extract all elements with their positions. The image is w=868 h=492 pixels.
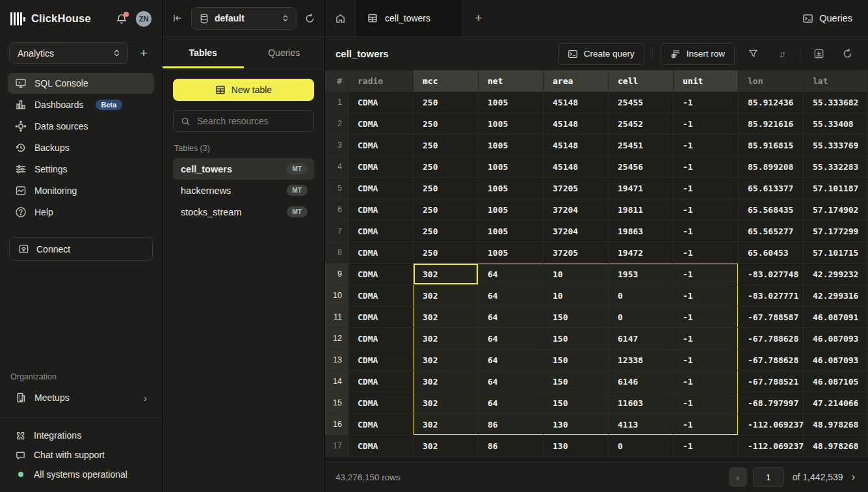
data-cell[interactable]: 250 [414,178,479,199]
home-tab[interactable] [325,0,355,36]
table-list-item-hackernews[interactable]: hackernews MT [173,180,314,201]
data-cell[interactable]: CDMA [349,435,414,457]
data-cell[interactable]: 1953 [609,264,674,285]
data-cell[interactable]: 45148 [544,135,609,156]
data-cell[interactable]: 19863 [609,221,674,242]
data-cell[interactable]: 19811 [609,199,674,221]
data-cell[interactable]: 1005 [479,178,544,199]
data-cell[interactable]: 130 [544,435,609,457]
data-cell[interactable]: 130 [544,414,609,435]
data-cell[interactable]: 25455 [609,92,674,113]
row-number-cell[interactable]: 9 [325,264,349,285]
column-header-num[interactable]: # [325,70,349,92]
filter-button[interactable] [743,44,763,64]
data-cell[interactable]: 48.978268 [804,435,868,457]
row-number-cell[interactable]: 6 [325,199,349,221]
row-number-cell[interactable]: 13 [325,349,349,371]
data-cell[interactable]: 57.101715 [804,242,868,264]
data-cell[interactable]: -1 [674,199,739,221]
data-cell[interactable]: 57.177299 [804,221,868,242]
sidebar-item-sql-console[interactable]: SQL Console [8,73,154,94]
data-cell[interactable]: 25451 [609,135,674,156]
data-cell[interactable]: -1 [674,328,739,349]
data-cell[interactable]: 85.912436 [739,92,804,113]
data-cell[interactable]: -112.069237 [739,435,804,457]
data-cell[interactable]: 6146 [609,371,674,392]
data-cell[interactable]: -1 [674,113,739,135]
data-cell[interactable]: -1 [674,349,739,371]
data-cell[interactable]: 64 [479,328,544,349]
data-cell[interactable]: 150 [544,307,609,328]
data-cell[interactable]: CDMA [349,349,414,371]
data-cell[interactable]: 302 [414,435,479,457]
sort-button[interactable]: ↓↑ [771,44,792,64]
data-cell[interactable]: 25456 [609,156,674,178]
data-cell[interactable]: CDMA [349,328,414,349]
row-number-cell[interactable]: 5 [325,178,349,199]
data-cell[interactable]: 46.087093 [804,328,868,349]
data-cell[interactable]: 10 [544,264,609,285]
avatar[interactable]: ZN [136,11,151,27]
data-cell[interactable]: 150 [544,371,609,392]
tab-tables[interactable]: Tables [163,37,244,68]
data-cell[interactable]: -68.797997 [739,392,804,414]
data-cell[interactable]: 302 [414,371,479,392]
sidebar-item-meetups[interactable]: Meetups › [8,387,154,408]
sidebar-item-chat-support[interactable]: Chat with support [0,445,162,465]
data-cell[interactable]: 19471 [609,178,674,199]
column-header-radio[interactable]: radio [349,70,414,92]
sidebar-item-dashboards[interactable]: Dashboards Beta [8,94,154,115]
data-cell[interactable]: -67.788628 [739,328,804,349]
column-header-cell[interactable]: cell [609,70,674,92]
workspace-select[interactable]: Analytics [9,42,128,64]
add-service-button[interactable]: + [135,44,153,62]
data-cell[interactable]: -1 [674,178,739,199]
explorer-refresh-icon[interactable] [304,13,315,24]
data-cell[interactable]: 1005 [479,92,544,113]
data-cell[interactable]: -1 [674,435,739,457]
connect-button[interactable]: Connect [9,237,153,261]
data-cell[interactable]: 302 [414,264,479,285]
data-cell[interactable]: 250 [414,92,479,113]
tab-cell-towers[interactable]: cell_towers [355,0,463,36]
data-cell[interactable]: 37205 [544,242,609,264]
data-cell[interactable]: CDMA [349,199,414,221]
data-cell[interactable]: -1 [674,221,739,242]
data-cell[interactable]: 86 [479,435,544,457]
data-cell[interactable]: 55.332283 [804,156,868,178]
data-cell[interactable]: -67.788521 [739,371,804,392]
data-cell[interactable]: 55.333682 [804,92,868,113]
data-cell[interactable]: 302 [414,414,479,435]
row-number-cell[interactable]: 11 [325,307,349,328]
data-cell[interactable]: 48.978268 [804,414,868,435]
refresh-button[interactable] [837,44,858,64]
data-cell[interactable]: 19472 [609,242,674,264]
data-cell[interactable]: CDMA [349,414,414,435]
prev-page-button[interactable]: ‹ [729,467,747,487]
data-cell[interactable]: 64 [479,307,544,328]
data-cell[interactable]: 64 [479,392,544,414]
column-header-lat[interactable]: lat [804,70,868,92]
data-cell[interactable]: -67.788587 [739,307,804,328]
data-cell[interactable]: 250 [414,199,479,221]
data-cell[interactable]: 1005 [479,221,544,242]
data-cell[interactable]: 1005 [479,156,544,178]
data-cell[interactable]: CDMA [349,135,414,156]
data-cell[interactable]: CDMA [349,221,414,242]
search-input[interactable] [196,115,306,127]
row-number-cell[interactable]: 12 [325,328,349,349]
data-cell[interactable]: 64 [479,285,544,307]
data-cell[interactable]: CDMA [349,307,414,328]
data-cell[interactable]: 46.087093 [804,349,868,371]
row-number-cell[interactable]: 8 [325,242,349,264]
data-cell[interactable]: 85.916815 [739,135,804,156]
data-cell[interactable]: 45148 [544,156,609,178]
data-cell[interactable]: 47.214066 [804,392,868,414]
data-cell[interactable]: 65.565277 [739,221,804,242]
data-cell[interactable]: 64 [479,264,544,285]
data-cell[interactable]: CDMA [349,92,414,113]
data-cell[interactable]: -1 [674,307,739,328]
insert-row-button[interactable]: Insert row [661,43,735,65]
data-cell[interactable]: -1 [674,285,739,307]
data-cell[interactable]: 250 [414,221,479,242]
